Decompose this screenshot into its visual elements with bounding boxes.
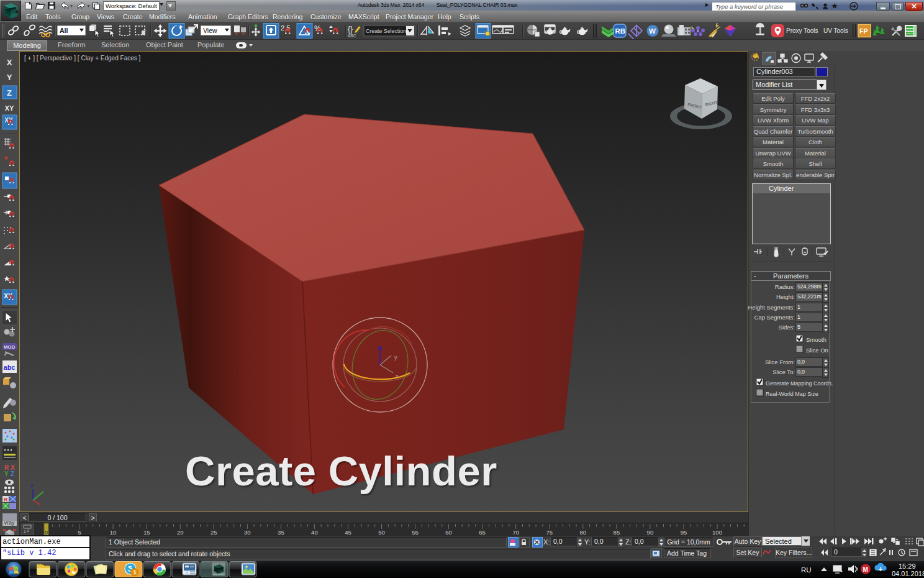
svg-text:W: W xyxy=(649,27,656,35)
svg-text:z: z xyxy=(30,482,34,489)
svg-text:15:29: 15:29 xyxy=(899,562,916,570)
svg-text:Z: Z xyxy=(7,88,12,98)
svg-text:Proxy Tools: Proxy Tools xyxy=(786,27,818,34)
svg-text:95: 95 xyxy=(681,529,687,536)
svg-text:MOD: MOD xyxy=(4,344,16,350)
svg-text:x: x xyxy=(396,373,399,379)
svg-text:Y: Y xyxy=(4,470,9,477)
svg-text:20: 20 xyxy=(177,529,184,536)
svg-text:85: 85 xyxy=(614,529,620,536)
svg-text:35: 35 xyxy=(278,529,284,536)
svg-text:All: All xyxy=(60,27,68,34)
svg-text:80: 80 xyxy=(580,529,587,536)
svg-text:100: 100 xyxy=(712,529,722,536)
svg-text:25: 25 xyxy=(211,529,217,536)
svg-text:abc: abc xyxy=(4,364,16,371)
svg-text:View: View xyxy=(203,27,217,34)
svg-text:RU: RU xyxy=(801,566,812,574)
svg-text:70: 70 xyxy=(512,529,519,536)
svg-text:y: y xyxy=(394,354,397,360)
svg-text:XY: XY xyxy=(5,104,14,112)
svg-text:30: 30 xyxy=(244,529,251,536)
svg-text:1: 1 xyxy=(134,569,137,576)
svg-text:FP: FP xyxy=(859,27,867,35)
svg-text:15: 15 xyxy=(143,529,150,536)
svg-text:60: 60 xyxy=(445,529,452,536)
svg-text:65: 65 xyxy=(479,529,486,536)
svg-text:{}: {} xyxy=(348,25,353,34)
svg-text:55: 55 xyxy=(412,529,419,536)
svg-text:90: 90 xyxy=(647,529,654,536)
svg-text:04.01.2018: 04.01.2018 xyxy=(892,570,924,577)
svg-text:10: 10 xyxy=(110,529,117,536)
svg-text:75: 75 xyxy=(546,529,553,536)
svg-text:40: 40 xyxy=(311,529,318,536)
svg-text:M: M xyxy=(863,566,868,573)
svg-text:Y: Y xyxy=(7,73,12,82)
svg-text:ABC: ABC xyxy=(348,34,356,38)
svg-text:50: 50 xyxy=(378,529,385,536)
svg-text:Z: Z xyxy=(11,470,14,477)
svg-text:vray: vray xyxy=(4,520,15,526)
svg-text:UV Tools: UV Tools xyxy=(823,27,848,34)
svg-text:R: R xyxy=(4,497,8,503)
svg-text:RB: RB xyxy=(615,27,626,35)
svg-text:X: X xyxy=(7,58,12,67)
svg-text:45: 45 xyxy=(345,529,351,536)
